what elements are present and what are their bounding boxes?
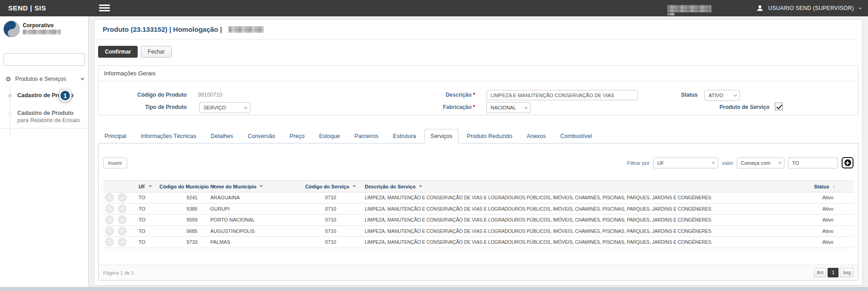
tab[interactable]: Estrutura	[387, 129, 422, 143]
cell-codigo-municipio: 9685	[159, 228, 210, 234]
status-label: Status	[652, 92, 698, 98]
cell-codigo-servico: 0710	[297, 206, 365, 212]
tab[interactable]: Combustível	[554, 129, 598, 143]
cell-descricao-servico: LIMPEZA, MANUTENÇÃO E CONSERVAÇÃO DE VIA…	[365, 217, 785, 222]
filter-field-select[interactable]: UF	[653, 158, 718, 168]
view-row-button[interactable]	[105, 215, 114, 224]
edit-row-button[interactable]	[118, 237, 127, 247]
filter-apply-button[interactable]	[842, 157, 853, 168]
panel-toolbar: Inserir Filtrar por UF valor Começa com …	[103, 143, 853, 168]
filter-by-label: Filtrar por	[627, 160, 650, 166]
produto-servico-checkbox[interactable]	[775, 103, 783, 110]
magnifier-icon	[107, 206, 112, 211]
page-title: Produto (23.133152) | Homologação |	[103, 25, 222, 33]
edit-row-button[interactable]	[118, 227, 127, 236]
user-menu[interactable]: USUARIO SEND (SUPERVISOR)	[756, 0, 861, 16]
magnifier-icon	[107, 240, 112, 245]
view-row-button[interactable]	[105, 227, 114, 236]
plus-circle-icon	[844, 159, 851, 166]
sort-caret-icon	[259, 185, 263, 187]
tab[interactable]: Detalhes	[204, 129, 239, 143]
tab[interactable]: Serviços	[424, 129, 459, 143]
cell-uf: TO	[132, 228, 159, 234]
pagination: Ant 1 Seg	[814, 268, 853, 277]
filter-value-input[interactable]: TO	[788, 158, 838, 168]
edit-row-button[interactable]	[118, 215, 127, 224]
column-header-nome-municipio[interactable]: Nome do Município	[210, 184, 297, 189]
action-buttons: Confirmar Fechar	[98, 46, 858, 58]
cell-descricao-servico: LIMPEZA, MANUTENÇÃO E CONSERVAÇÃO DE VIA…	[365, 228, 785, 234]
tab[interactable]: Informações Técnicas	[134, 129, 203, 143]
tab[interactable]: Parceiros	[348, 129, 385, 143]
pagination-next-button[interactable]: Seg	[840, 268, 853, 277]
sidebar-divider	[0, 128, 89, 128]
sort-caret-icon	[352, 185, 356, 187]
tab[interactable]: Produto Reduzido	[461, 129, 519, 143]
pencil-icon	[120, 228, 125, 233]
sidebar-group-label: Produtos e Serviços	[15, 76, 66, 82]
servicos-tab-panel: Inserir Filtrar por UF valor Começa com …	[98, 143, 858, 281]
table-body: TO 9241 ARAGUAINA 0710 LIMPEZA, MANUTENÇ…	[103, 192, 853, 248]
cell-status: Ativo	[785, 217, 853, 222]
tab[interactable]: Anexos	[521, 129, 552, 143]
tab[interactable]: Preço	[283, 129, 311, 143]
view-row-button[interactable]	[105, 204, 114, 213]
codigo-produto-value: 99100710	[198, 92, 222, 98]
tree-bullet-icon	[8, 111, 12, 115]
column-header-status[interactable]: Status↑	[785, 184, 853, 189]
cell-status: Ativo	[785, 228, 853, 234]
fabricacao-select[interactable]: NACIONAL	[486, 102, 531, 113]
cell-codigo-servico: 0710	[297, 239, 365, 245]
cell-uf: TO	[132, 195, 159, 200]
tab[interactable]: Estoque	[312, 129, 346, 143]
sidebar-search-input[interactable]	[11, 56, 81, 63]
sidebar-item-cadastro-relatorio-ensaio[interactable]: Cadastro de Produto para Relatório de En…	[17, 109, 81, 124]
column-header-uf[interactable]: UF	[132, 184, 159, 189]
table-row: TO 9385 GURUPI 0710 LIMPEZA, MANUTENÇÃO …	[103, 204, 853, 215]
edit-row-button[interactable]	[118, 193, 127, 202]
annotation-step-1-badge: 1	[59, 89, 71, 102]
pagination-prev-button[interactable]: Ant	[814, 268, 826, 277]
column-header-codigo-servico[interactable]: Código do Serviço	[297, 184, 365, 189]
edit-row-button[interactable]	[118, 204, 127, 213]
cell-codigo-servico: 0710	[297, 195, 365, 200]
general-info-form: Código do Produto 99100710 Tipo de Produ…	[99, 81, 858, 115]
view-row-button[interactable]	[105, 193, 114, 202]
pagination-current-page[interactable]: 1	[828, 268, 838, 277]
table-footer: Página 1 de 1 Ant 1 Seg	[99, 265, 858, 280]
tab[interactable]: Conversão	[241, 129, 281, 143]
confirm-button[interactable]: Confirmar	[98, 46, 138, 58]
tab[interactable]: Principal	[98, 129, 133, 143]
cell-descricao-servico: LIMPEZA, MANUTENÇÃO E CONSERVAÇÃO DE VIA…	[365, 239, 785, 245]
table-header-row: UF Código do Município Nome do Município…	[103, 180, 853, 192]
required-mark: *	[473, 92, 475, 98]
status-select[interactable]: ATIVO	[704, 90, 740, 101]
pagination-summary: Página 1 de 1	[103, 270, 134, 276]
sort-caret-icon	[419, 185, 422, 187]
cell-status: Ativo	[785, 206, 853, 212]
cell-codigo-municipio: 9241	[159, 195, 210, 200]
sidebar: Corporativo ⚙ Produtos e Serviços Cadast…	[0, 16, 89, 287]
redacted-title-text	[228, 26, 264, 33]
tipo-produto-select[interactable]: SERVIÇO	[199, 102, 250, 113]
bottom-scrollbar-strip[interactable]	[0, 287, 868, 291]
sidebar-group-produtos-servicos[interactable]: ⚙ Produtos e Serviços	[0, 74, 89, 84]
filter-operator-select[interactable]: Começa com	[737, 158, 784, 168]
column-header-codigo-municipio[interactable]: Código do Município	[159, 184, 210, 189]
user-name: USUARIO SEND (SUPERVISOR)	[768, 5, 854, 11]
view-row-button[interactable]	[105, 237, 114, 247]
close-button[interactable]: Fechar	[141, 46, 171, 58]
cell-nome-municipio: PALMAS	[210, 239, 297, 245]
tab-bar: Principal Informações Técnicas Detalhes …	[98, 129, 858, 143]
main-content: Produto (23.133152) | Homologação | Conf…	[89, 16, 868, 291]
pencil-icon	[120, 195, 125, 200]
cell-status: Ativo	[785, 239, 853, 245]
insert-button[interactable]: Inserir	[103, 158, 127, 168]
cell-codigo-municipio: 9559	[159, 217, 210, 222]
column-header-descricao-servico[interactable]: Descrição do Serviço	[365, 184, 785, 189]
hamburger-menu-icon[interactable]	[99, 5, 110, 12]
pencil-icon	[120, 240, 125, 245]
descricao-input[interactable]: LIMPEZA E MANUTENÇÃO CONSERVAÇÃO DE VIAS	[486, 90, 638, 100]
chevron-down-icon	[524, 105, 527, 109]
table-row: TO 9559 PORTO NACIONAL 0710 LIMPEZA, MAN…	[103, 215, 853, 226]
